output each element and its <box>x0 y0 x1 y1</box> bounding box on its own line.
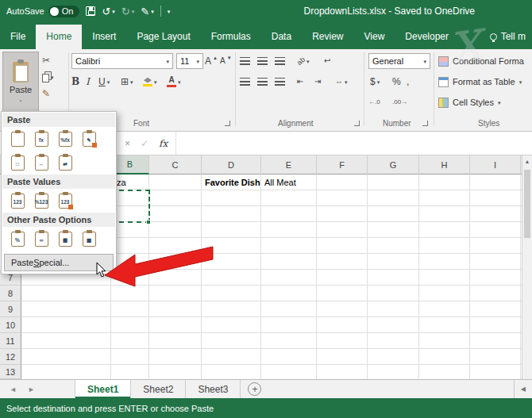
fill-color-dropdown-icon[interactable]: ▾ <box>154 79 157 85</box>
align-bottom-button[interactable] <box>275 53 285 69</box>
paste-option-keep-source-formatting[interactable]: ✎ <box>79 130 98 148</box>
tab-view[interactable]: View <box>354 25 395 49</box>
italic-button[interactable]: I <box>86 74 90 90</box>
fill-handle[interactable] <box>146 220 151 224</box>
save-button[interactable] <box>86 6 95 16</box>
align-right-button[interactable] <box>275 74 285 90</box>
paste-option-values[interactable]: 123 <box>8 192 27 209</box>
underline-button[interactable]: U ▾ <box>98 74 110 90</box>
redo-button[interactable]: ↻ ▾ <box>121 6 134 17</box>
sheet-tab-sheet1[interactable]: Sheet1 <box>75 380 131 398</box>
paste-option-no-borders[interactable]: □ <box>8 154 27 171</box>
tab-data[interactable]: Data <box>261 25 302 49</box>
fill-color-button[interactable]: ▾ <box>143 74 157 90</box>
column-header-e[interactable]: E <box>261 155 317 174</box>
row-header-8[interactable]: 8 <box>0 286 21 301</box>
row-header-9[interactable]: 9 <box>0 301 21 317</box>
decrease-decimal-button[interactable]: .00→ <box>392 94 407 110</box>
sheet-tab-sheet2[interactable]: Sheet2 <box>131 380 186 398</box>
orientation-dropdown-icon[interactable]: ▾ <box>306 59 310 64</box>
copy-button[interactable]: ▾ <box>42 71 54 82</box>
currency-dropdown-icon[interactable]: ▾ <box>377 79 380 85</box>
font-name-select[interactable]: Calibri ▾ <box>71 53 173 69</box>
insert-function-button[interactable]: fx <box>159 138 168 149</box>
alignment-dialog-launcher[interactable] <box>354 121 360 126</box>
sheet-tab-sheet3[interactable]: Sheet3 <box>186 380 241 398</box>
number-format-select[interactable]: General ▾ <box>368 53 430 69</box>
tab-insert[interactable]: Insert <box>82 25 126 49</box>
row-header-13[interactable]: 13 <box>0 365 21 379</box>
column-header-d[interactable]: D <box>202 155 261 174</box>
tab-review[interactable]: Review <box>302 25 353 49</box>
tab-developer[interactable]: Developer <box>395 25 459 49</box>
paste-option-paste[interactable] <box>8 130 27 148</box>
sheet-nav-left-icon[interactable]: ◄ <box>10 385 17 393</box>
pen-dropdown-icon[interactable]: ▾ <box>151 9 154 14</box>
paste-button[interactable]: Paste ⌄ <box>2 52 39 112</box>
formula-input[interactable] <box>176 132 532 155</box>
row-header-11[interactable]: 11 <box>0 333 21 349</box>
tab-file[interactable]: File <box>0 25 36 49</box>
scroll-up-button[interactable]: ▲ <box>522 155 532 167</box>
font-name-dropdown-icon[interactable]: ▾ <box>166 59 169 64</box>
paste-option-formatting[interactable]: % <box>8 230 27 247</box>
align-middle-button[interactable] <box>257 53 268 69</box>
paste-option-picture[interactable]: ▦ <box>56 230 75 247</box>
align-center-button[interactable] <box>257 74 268 90</box>
tab-page-layout[interactable]: Page Layout <box>126 25 200 49</box>
merge-center-button[interactable]: ⇔ ▾ <box>335 74 348 90</box>
paste-special-item[interactable]: Paste Special... <box>4 254 114 271</box>
row-header-10[interactable]: 10 <box>0 317 21 333</box>
horizontal-scroll-left[interactable]: ◀ <box>514 380 532 398</box>
number-format-dropdown-icon[interactable]: ▾ <box>423 59 426 64</box>
number-dialog-launcher[interactable] <box>422 121 428 126</box>
sheet-nav-right-icon[interactable]: ► <box>28 385 35 393</box>
conditional-formatting-button[interactable]: Conditional Forma <box>438 53 524 69</box>
paste-option-keep-column-widths[interactable]: ↔ <box>32 154 51 171</box>
orientation-button[interactable]: ab ▾ <box>297 53 310 69</box>
increase-font-size-button[interactable]: A ▲ <box>205 53 218 69</box>
format-painter-button[interactable]: ✎ <box>42 89 50 98</box>
column-header-g[interactable]: G <box>368 155 419 174</box>
format-as-table-button[interactable]: Format as Table ▾ <box>438 74 522 90</box>
borders-button[interactable]: ⊞ ▾ <box>121 74 133 90</box>
font-color-dropdown-icon[interactable]: ▾ <box>178 79 181 85</box>
font-size-dropdown-icon[interactable]: ▾ <box>196 59 199 64</box>
row-header-12[interactable]: 12 <box>0 349 21 365</box>
decrease-font-size-button[interactable]: A ▼ <box>220 53 232 69</box>
increase-decimal-button[interactable]: ←.0 <box>368 94 380 110</box>
column-header-i[interactable]: I <box>470 155 521 174</box>
font-size-select[interactable]: 11 ▾ <box>176 53 203 69</box>
paste-option-formulas-number-formatting[interactable]: %fx <box>56 130 75 148</box>
customize-qat-button[interactable]: ▾ <box>168 9 171 14</box>
cell-d1[interactable]: Favorite Dish <box>205 174 260 190</box>
column-header-h[interactable]: H <box>419 155 470 174</box>
paste-option-transpose[interactable]: ⇄ <box>56 154 75 171</box>
font-dialog-launcher[interactable] <box>225 121 230 126</box>
column-header-c[interactable]: C <box>149 155 202 174</box>
wrap-text-button[interactable]: ↩ <box>324 53 330 69</box>
format-as-table-dropdown-icon[interactable]: ▾ <box>519 79 522 85</box>
new-sheet-button[interactable]: + <box>248 382 261 396</box>
paste-dropdown-icon[interactable]: ⌄ <box>18 97 23 102</box>
cell-b1[interactable]: za <box>117 174 126 190</box>
undo-button[interactable]: ↺ ▾ <box>102 6 114 17</box>
copy-dropdown-icon[interactable]: ▾ <box>51 75 54 80</box>
tab-formulas[interactable]: Formulas <box>201 25 261 49</box>
column-header-f[interactable]: F <box>317 155 368 174</box>
borders-dropdown-icon[interactable]: ▾ <box>130 79 133 85</box>
vertical-scrollbar[interactable]: ▲ <box>522 155 532 379</box>
redo-dropdown-icon[interactable]: ▾ <box>132 9 135 14</box>
bold-button[interactable]: B <box>71 74 79 90</box>
cell-styles-button[interactable]: Cell Styles ▾ <box>438 94 500 110</box>
align-top-button[interactable] <box>240 53 250 69</box>
cut-button[interactable]: ✂ <box>42 56 50 65</box>
tab-home[interactable]: Home <box>36 25 82 49</box>
paste-option-values-source-formatting[interactable]: 123 <box>56 192 75 209</box>
enter-button[interactable]: ✓ <box>141 138 148 149</box>
underline-dropdown-icon[interactable]: ▾ <box>107 79 110 85</box>
scrollbar-thumb[interactable] <box>524 170 530 238</box>
tell-me-box[interactable]: Tell m <box>484 25 532 49</box>
comma-style-button[interactable]: , <box>407 74 409 90</box>
font-color-button[interactable]: A ▾ <box>167 74 181 90</box>
